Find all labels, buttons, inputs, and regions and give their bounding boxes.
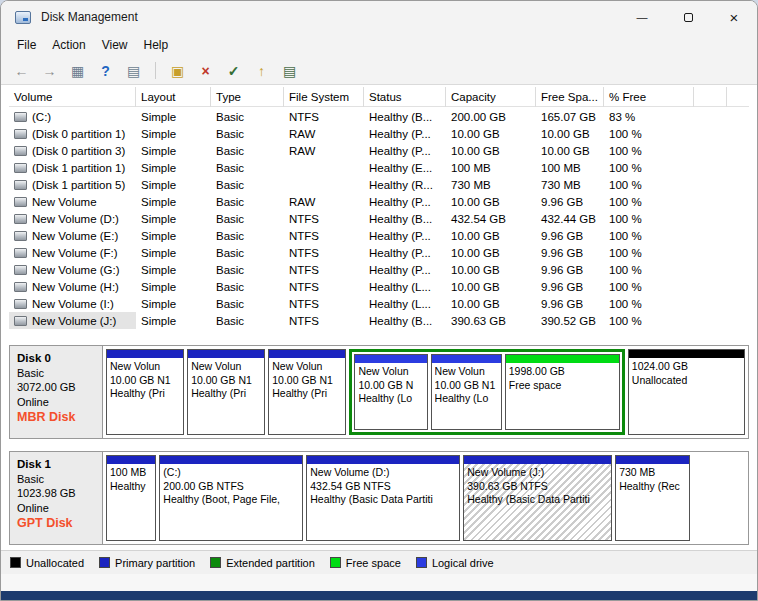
close-icon[interactable]: × (711, 1, 757, 33)
disk-management-window: Disk Management — × FileActionViewHelp ←… (0, 0, 758, 601)
column-header-status[interactable]: Status (364, 87, 446, 107)
volume-name: New Volume (E:) (32, 230, 118, 242)
column-header-type[interactable]: Type (211, 87, 284, 107)
legend-bar: UnallocatedPrimary partitionExtended par… (1, 550, 757, 574)
legend-label: Primary partition (115, 557, 195, 569)
partition-primary[interactable]: 730 MBHealthy (Rec (615, 455, 689, 541)
partition-color-bar (432, 355, 501, 363)
volume-cell-value: Simple (136, 145, 211, 157)
action-pane-icon[interactable]: ▣ (167, 60, 188, 81)
volume-cell: New Volume (I:) (9, 295, 136, 312)
volume-cell-value: 100 % (604, 281, 694, 293)
volume-cell-value: NTFS (284, 230, 364, 242)
column-header-freespa[interactable]: Free Spa... (536, 87, 604, 107)
menu-help[interactable]: Help (136, 35, 177, 55)
column-header-capacity[interactable]: Capacity (446, 87, 536, 107)
volume-cell-value: Simple (136, 247, 211, 259)
volume-name: (Disk 0 partition 1) (32, 128, 125, 140)
volume-row[interactable]: New VolumeSimpleBasicRAWHealthy (P...10.… (9, 193, 749, 210)
partition-logical[interactable]: New Volun10.00 GB N1Healthy (Lo (431, 354, 502, 430)
menu-action[interactable]: Action (44, 35, 93, 55)
forward-icon[interactable]: → (39, 60, 60, 81)
column-header-filesystem[interactable]: File System (284, 87, 364, 107)
disk-header-panel[interactable]: Disk 1Basic1023.98 GBOnlineGPT Disk (10, 452, 103, 544)
partition-primary[interactable]: New Volun10.00 GB N1Healthy (Pri (187, 349, 265, 435)
disk-header-panel[interactable]: Disk 0Basic3072.00 GBOnlineMBR Disk (10, 346, 103, 438)
legend-item-logical: Logical drive (416, 557, 494, 569)
column-header-free[interactable]: % Free (604, 87, 694, 107)
volume-cell-value: Basic (211, 264, 284, 276)
volume-cell: (Disk 0 partition 1) (9, 125, 136, 142)
volume-row[interactable]: New Volume (J:)SimpleBasicNTFSHealthy (B… (9, 312, 749, 329)
export-list-icon[interactable]: ▤ (123, 60, 144, 81)
partition-primary[interactable]: New Volume (D:)432.54 GB NTFSHealthy (Ba… (306, 455, 460, 541)
volume-cell-value: Simple (136, 179, 211, 191)
volume-name: New Volume (J:) (32, 315, 116, 327)
drive-icon (14, 112, 27, 122)
partition-primary[interactable]: New Volun10.00 GB N1Healthy (Pri (106, 349, 184, 435)
delete-volume-icon[interactable]: × (195, 60, 216, 81)
partition-color-bar (107, 350, 183, 358)
window-title: Disk Management (41, 10, 138, 24)
partition-primary[interactable]: (C:)200.00 GB NTFSHealthy (Boot, Page Fi… (159, 455, 303, 541)
mark-partition-icon[interactable]: ✓ (223, 60, 244, 81)
volume-name: New Volume (F:) (32, 247, 118, 259)
volume-row[interactable]: New Volume (D:)SimpleBasicNTFSHealthy (B… (9, 210, 749, 227)
partition-label: New Volun10.00 GB N1Healthy (Lo (432, 363, 501, 429)
disk-partition-style-label: GPT Disk (17, 516, 95, 531)
properties-icon[interactable]: ▤ (279, 60, 300, 81)
volume-cell-value: Healthy (B... (364, 315, 446, 327)
volume-cell-value: 100 % (604, 247, 694, 259)
volume-row[interactable]: New Volume (G:)SimpleBasicNTFSHealthy (P… (9, 261, 749, 278)
partition-primary[interactable]: New Volun10.00 GB N1Healthy (Pri (268, 349, 346, 435)
column-header-volume[interactable]: Volume (9, 87, 136, 107)
partition-color-bar (107, 456, 155, 464)
titlebar[interactable]: Disk Management — × (1, 1, 757, 33)
volume-row[interactable]: New Volume (H:)SimpleBasicNTFSHealthy (L… (9, 278, 749, 295)
volume-cell-value: Basic (211, 298, 284, 310)
volume-row[interactable]: (C:)SimpleBasicNTFSHealthy (B...200.00 G… (9, 108, 749, 125)
volume-row[interactable]: (Disk 0 partition 1)SimpleBasicRAWHealth… (9, 125, 749, 142)
disk-row: Disk 1Basic1023.98 GBOnlineGPT Disk100 M… (9, 451, 749, 545)
volume-cell-value: 100 MB (446, 162, 536, 174)
partitions-track: New Volun10.00 GB N1Healthy (PriNew Volu… (103, 346, 748, 438)
volume-cell-value: Basic (211, 213, 284, 225)
drive-icon (14, 265, 27, 275)
volume-row[interactable]: New Volume (I:)SimpleBasicNTFSHealthy (L… (9, 295, 749, 312)
back-icon[interactable]: ← (11, 60, 32, 81)
volume-cell-value: NTFS (284, 298, 364, 310)
help-icon[interactable]: ? (95, 60, 116, 81)
volume-cell: New Volume (J:) (9, 312, 136, 329)
console-tree-icon[interactable]: ▦ (67, 60, 88, 81)
volume-cell-value: 10.00 GB (536, 145, 604, 157)
partition-primary-selected[interactable]: New Volume (J:)390.63 GB NTFSHealthy (Ba… (463, 455, 612, 541)
minimize-icon[interactable]: — (619, 1, 665, 33)
volume-row[interactable]: (Disk 1 partition 1)SimpleBasicHealthy (… (9, 159, 749, 176)
volume-row[interactable]: (Disk 1 partition 5)SimpleBasicHealthy (… (9, 176, 749, 193)
volume-cell-value: 9.96 GB (536, 230, 604, 242)
volume-cell-value: Simple (136, 213, 211, 225)
volume-row[interactable]: New Volume (E:)SimpleBasicNTFSHealthy (P… (9, 227, 749, 244)
volume-table-body: (C:)SimpleBasicNTFSHealthy (B...200.00 G… (9, 108, 749, 329)
extend-volume-icon[interactable]: ↑ (251, 60, 272, 81)
volume-cell-value: 100 % (604, 315, 694, 327)
partition-logical[interactable]: New Volun10.00 GB NHealthy (Lo (354, 354, 427, 430)
legend-label: Unallocated (26, 557, 84, 569)
partition-primary[interactable]: 100 MBHealthy (106, 455, 156, 541)
volume-name: (Disk 1 partition 1) (32, 162, 125, 174)
column-header-layout[interactable]: Layout (136, 87, 211, 107)
volume-name: New Volume (H:) (32, 281, 119, 293)
drive-icon (14, 197, 27, 207)
partition-free[interactable]: 1998.00 GBFree space (505, 354, 620, 430)
volume-row[interactable]: (Disk 0 partition 3)SimpleBasicRAWHealth… (9, 142, 749, 159)
volume-cell: New Volume (E:) (9, 227, 136, 244)
legend-item-free: Free space (330, 557, 401, 569)
volume-cell-value: 100 MB (536, 162, 604, 174)
maximize-icon[interactable] (665, 1, 711, 33)
volume-row[interactable]: New Volume (F:)SimpleBasicNTFSHealthy (P… (9, 244, 749, 261)
menu-view[interactable]: View (94, 35, 136, 55)
menu-file[interactable]: File (9, 35, 44, 55)
partition-label: New Volun10.00 GB N1Healthy (Pri (107, 358, 183, 434)
volume-cell-value: 10.00 GB (446, 230, 536, 242)
partition-unallocated[interactable]: 1024.00 GBUnallocated (628, 349, 745, 435)
